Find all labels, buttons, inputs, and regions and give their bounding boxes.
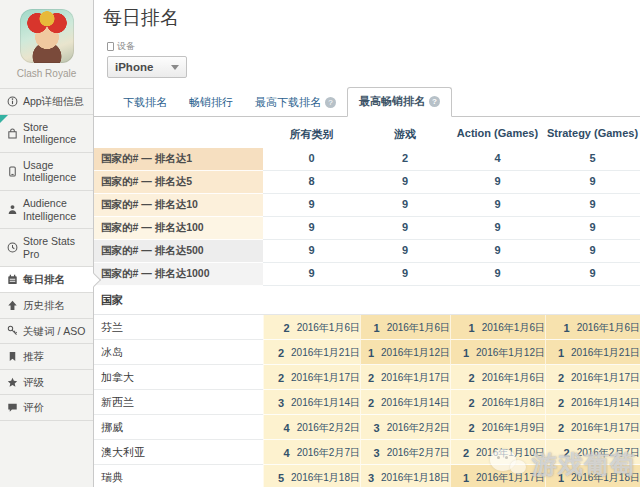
rank-date: 2016年1月12日 xyxy=(381,346,450,360)
summary-row: 国家的# — 排名达5009999 xyxy=(94,240,640,263)
rank-date: 2016年1月18日 xyxy=(291,471,360,485)
rank-cell: 12016年1月12日 xyxy=(450,340,545,365)
rank-cell: 12016年1月6日 xyxy=(450,315,545,340)
section-label: 国家 xyxy=(94,286,263,315)
rank-cell: 22016年1月21日 xyxy=(263,340,360,365)
rank-value: 2 xyxy=(264,347,284,359)
summary-value: 9 xyxy=(545,263,640,286)
rank-date: 2016年1月17日 xyxy=(381,371,450,385)
country-row: 挪威42016年2月2日32016年2月2日22016年1月9日22016年1月… xyxy=(94,415,640,440)
help-icon[interactable]: ? xyxy=(429,96,440,107)
summary-row-label: 国家的# — 排名达10 xyxy=(94,194,263,217)
rank-cell: 12016年1月21日 xyxy=(545,340,640,365)
country-row: 瑞典52016年1月18日32016年1月18日12016年1月17日12016… xyxy=(94,465,640,487)
rank-table: 所有类别 游戏 Action (Games) Strategy (Games) … xyxy=(94,117,640,487)
sidebar-item[interactable]: Store Intelligence xyxy=(0,115,93,153)
sidebar-item-label: 推荐 xyxy=(23,350,44,363)
sidebar-item-label: Store Intelligence xyxy=(23,121,90,146)
summary-value: 5 xyxy=(545,148,640,171)
store-icon xyxy=(7,128,18,139)
main-panel: 每日排名 设备 iPhone 下载排名 畅销排行 最高下载排名 ? xyxy=(94,0,640,487)
rank-cell: 42016年2月7日 xyxy=(263,440,360,465)
summary-value: 9 xyxy=(450,217,545,240)
rank-date: 2016年2月7日 xyxy=(297,446,360,460)
sidebar-item[interactable]: App详细信息 xyxy=(0,89,93,115)
rank-value: 1 xyxy=(451,322,475,334)
rank-value: 3 xyxy=(361,447,380,459)
arrow-up-icon xyxy=(7,300,18,311)
tab-grossing-rank[interactable]: 畅销排行 xyxy=(178,89,244,117)
rank-cell: 32016年1月18日 xyxy=(360,465,450,487)
rank-value: 4 xyxy=(264,447,290,459)
summary-row-label: 国家的# — 排名达500 xyxy=(94,240,263,263)
rank-cell: 22016年1月17日 xyxy=(545,365,640,390)
summary-value: 9 xyxy=(545,171,640,194)
rank-value: 3 xyxy=(361,422,380,434)
rank-date: 2016年1月18日 xyxy=(571,471,640,485)
sidebar-item[interactable]: Audience Intelligence xyxy=(0,191,93,229)
summary-row-label: 国家的# — 排名达100 xyxy=(94,217,263,240)
tab-top-download-rank[interactable]: 最高下载排名 ? xyxy=(244,89,347,117)
info-icon xyxy=(7,96,18,107)
help-icon[interactable]: ? xyxy=(325,97,336,108)
country-name: 冰岛 xyxy=(94,340,263,365)
summary-value: 9 xyxy=(360,240,450,263)
rank-cell: 12016年1月12日 xyxy=(360,340,450,365)
country-name: 挪威 xyxy=(94,415,263,440)
sidebar-item[interactable]: 关键词 / ASO xyxy=(0,319,93,345)
country-name: 瑞典 xyxy=(94,465,263,487)
rank-date: 2016年1月14日 xyxy=(571,396,640,410)
sidebar-item-label: Usage Intelligence xyxy=(23,159,90,184)
sidebar-item[interactable]: Store Stats Pro xyxy=(0,229,93,267)
rank-date: 2016年2月7日 xyxy=(387,446,450,460)
rank-value: 2 xyxy=(361,372,374,384)
summary-value: 9 xyxy=(545,194,640,217)
rank-date: 2016年1月14日 xyxy=(381,396,450,410)
rank-cell: 22016年1月17日 xyxy=(263,365,360,390)
summary-value: 9 xyxy=(545,217,640,240)
summary-value: 9 xyxy=(450,194,545,217)
rank-value: 1 xyxy=(546,347,564,359)
sidebar-item[interactable]: Usage Intelligence xyxy=(0,153,93,191)
rank-date: 2016年1月8日 xyxy=(482,396,545,410)
summary-rows: 国家的# — 排名达10245国家的# — 排名达58999国家的# — 排名达… xyxy=(94,148,640,286)
summary-value: 9 xyxy=(263,263,360,286)
tab-download-rank[interactable]: 下载排名 xyxy=(112,89,178,117)
app-window: Clash Royale App详细信息Store IntelligenceUs… xyxy=(0,0,640,487)
rank-cell: 12016年1月6日 xyxy=(360,315,450,340)
rank-value: 2 xyxy=(361,397,374,409)
summary-value: 2 xyxy=(360,148,450,171)
key-icon xyxy=(7,325,18,336)
sidebar-item[interactable]: 历史排名 xyxy=(0,293,93,319)
summary-value: 4 xyxy=(450,148,545,171)
device-select-value: iPhone xyxy=(115,61,153,73)
device-select[interactable]: iPhone xyxy=(107,56,187,78)
column-header: Strategy (Games) xyxy=(545,117,640,148)
summary-value: 9 xyxy=(450,240,545,263)
summary-row-label: 国家的# — 排名达1 xyxy=(94,148,263,171)
rank-value: 2 xyxy=(451,372,475,384)
sidebar-item[interactable]: 评级 xyxy=(0,370,93,396)
rank-date: 2016年1月17日 xyxy=(291,371,360,385)
section-row: 国家 xyxy=(94,286,640,315)
rank-date: 2016年2月2日 xyxy=(387,421,450,435)
summary-row: 国家的# — 排名达1009999 xyxy=(94,217,640,240)
sidebar-item-label: App详细信息 xyxy=(23,95,84,108)
summary-value: 9 xyxy=(450,263,545,286)
rank-date: 2016年1月14日 xyxy=(291,396,360,410)
sidebar-item[interactable]: 推荐 xyxy=(0,344,93,370)
summary-value: 9 xyxy=(360,171,450,194)
sidebar-item[interactable]: 每日排名 xyxy=(0,267,93,293)
rank-value: 1 xyxy=(546,472,564,484)
summary-value: 9 xyxy=(360,194,450,217)
rank-cell: 22016年1月10日 xyxy=(450,440,545,465)
tab-top-grossing-rank[interactable]: 最高畅销排名 ? xyxy=(347,87,452,117)
rank-cell: 22016年1月17日 xyxy=(360,365,450,390)
comment-icon xyxy=(7,402,18,413)
sidebar-item[interactable]: 评价 xyxy=(0,395,93,421)
sidebar-item-label: 评价 xyxy=(23,401,44,414)
bookmark-icon xyxy=(7,351,18,362)
summary-row: 国家的# — 排名达109999 xyxy=(94,194,640,217)
usage-icon xyxy=(7,166,18,177)
rank-value: 2 xyxy=(546,422,564,434)
